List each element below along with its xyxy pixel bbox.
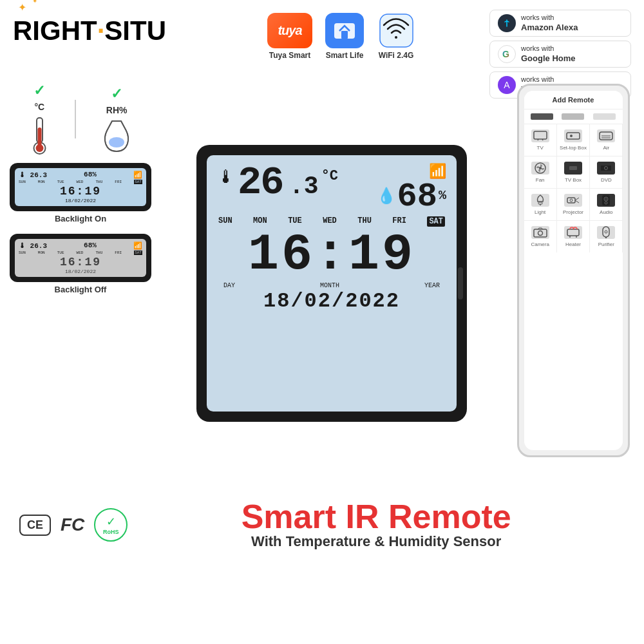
phone-remote-grid: TV Set-top Box Air — [524, 124, 623, 252]
hum-check: ✓ — [111, 86, 122, 102]
top-section: ✦ ✦ RIGHT·SITU tuya Tuya Smart Smart Lif… — [0, 0, 644, 84]
alexa-icon — [498, 14, 516, 32]
shape2 — [562, 113, 584, 120]
temp-value-group: 26 .3 — [238, 163, 319, 203]
logo-star2: ✦ — [32, 0, 37, 5]
phone-screen: Add Remote TV — [524, 91, 623, 450]
svg-point-19 — [539, 167, 542, 169]
phone-cell-projector[interactable]: Projector — [557, 189, 589, 220]
mini-on-days: SUNMONTUEWEDTHUFRISAT — [19, 180, 142, 184]
phone-cell-light[interactable]: Light — [524, 189, 556, 220]
light-label: Light — [535, 209, 545, 215]
year-label: YEAR — [424, 282, 440, 289]
alexa-badge: works with Amazon Alexa — [489, 10, 631, 37]
purifier-label: Purifier — [598, 242, 614, 247]
settopbox-icon — [564, 129, 582, 142]
alexa-name: Amazon Alexa — [521, 23, 578, 33]
svg-rect-1 — [341, 31, 348, 39]
svg-point-14 — [570, 135, 573, 137]
phone-cell-purifier[interactable]: Purifier — [590, 221, 622, 252]
main-device: 🌡 26 .3 °C 📶 💧 68 % — [196, 145, 467, 422]
phone-cell-heater[interactable]: Heater — [557, 221, 589, 252]
celsius-label: °C — [34, 102, 44, 112]
svg-rect-39 — [603, 227, 609, 237]
logo-star: ✦ — [18, 1, 26, 14]
phone-cell-camera[interactable]: Camera — [524, 221, 556, 252]
backlight-off-card: 🌡 26.3 68% 📶 SUNMONTUEWEDTHUFRISAT 16:19… — [10, 234, 151, 282]
day-sun: SUN — [218, 216, 232, 227]
shape1 — [531, 113, 553, 120]
thermo-icon: 🌡 — [217, 166, 235, 188]
smartlife-app: Smart Life — [325, 13, 364, 60]
backlight-off-label: Backlight Off — [10, 285, 151, 294]
phone-cell-fan[interactable]: Fan — [524, 156, 556, 188]
rh-label: RH% — [106, 105, 128, 115]
mini-on-temp-row: 🌡 26.3 68% 📶 — [19, 171, 142, 179]
temp-number: 26 — [238, 160, 283, 205]
main-tagline: Smart IR Remote With Temperature & Humid… — [128, 500, 625, 550]
svg-rect-26 — [567, 198, 575, 203]
tuya-label: Tuya Smart — [269, 51, 310, 60]
phone-shape-row — [524, 109, 623, 124]
google-prefix: works with — [521, 44, 554, 52]
phone-cell-dvd[interactable]: DVD — [590, 156, 622, 188]
screen-top-row: 🌡 26 .3 °C 📶 💧 68 % — [217, 163, 446, 214]
ce-badge: CE — [19, 515, 51, 536]
humidity-icon: 💧 — [377, 187, 396, 205]
brand-logo: ✦ ✦ RIGHT·SITU — [13, 6, 193, 46]
rohs-check: ✓ — [106, 515, 116, 529]
camera-icon — [531, 226, 549, 239]
bottom-section: CE FC ✓ RoHS Smart IR Remote With Temper… — [0, 483, 644, 567]
day-sat: SAT — [427, 216, 445, 227]
phone-cell-tvbox[interactable]: TV Box — [557, 156, 589, 188]
date-display: 18/02/2022 — [217, 289, 446, 313]
mini-wifi: 📶 — [133, 171, 142, 179]
dvd-icon — [597, 162, 615, 175]
side-button[interactable] — [458, 267, 463, 299]
phone-cell-air[interactable]: Air — [590, 124, 622, 156]
svg-rect-24 — [538, 202, 542, 204]
svg-line-28 — [575, 198, 579, 200]
wifi-label: WiFi 2.4G — [379, 51, 414, 60]
purifier-icon — [597, 226, 615, 239]
phone-cell-audio[interactable]: Audio — [590, 189, 622, 220]
humidity-display: 💧 68 % — [377, 180, 446, 214]
mini-on-temp: 🌡 26.3 — [19, 171, 47, 179]
projector-icon — [564, 194, 582, 207]
backlight-on-section: 🌡 26.3 68% 📶 SUNMONTUEWEDTHUFRISAT 16:19… — [10, 163, 151, 223]
divider — [75, 100, 76, 138]
backlight-on-label: Backlight On — [10, 214, 151, 223]
logo-text: RIGHT·SITU — [13, 16, 166, 46]
middle-section: ✓ °C ✓ RH% — [0, 84, 644, 483]
tagline-line1: Smart IR Remote — [128, 500, 625, 533]
hum-number: 68 — [397, 180, 437, 214]
alexa-prefix: works with — [521, 14, 554, 21]
tagline-line2: With Temperature & Humidity Sensor — [128, 533, 625, 550]
mini-wifi2: 📶 — [133, 242, 142, 250]
rohs-badge: ✓ RoHS — [94, 508, 128, 542]
phone-header: Add Remote — [524, 91, 623, 109]
yandex-prefix: works with — [521, 75, 554, 83]
fan-label: Fan — [536, 177, 545, 183]
hum-unit: % — [439, 188, 446, 203]
svg-point-41 — [605, 231, 607, 233]
smartlife-icon — [325, 13, 364, 48]
month-label: MONTH — [320, 282, 339, 289]
rohs-label: RoHS — [103, 529, 119, 535]
svg-rect-10 — [534, 131, 547, 139]
temp-check: ✓ — [33, 82, 45, 99]
temperature-feature: ✓ °C — [28, 82, 51, 156]
phone-mockup: Add Remote TV — [517, 84, 630, 457]
svg-line-29 — [575, 200, 579, 203]
tv-label: TV — [537, 145, 544, 151]
tuya-logo-icon: tuya — [267, 13, 312, 48]
phone-cell-settopbox[interactable]: Set-top Box — [557, 124, 589, 156]
main-screen: 🌡 26 .3 °C 📶 💧 68 % — [207, 155, 457, 412]
phone-cell-tv[interactable]: TV — [524, 124, 556, 156]
certifications: CE FC ✓ RoHS — [19, 508, 128, 542]
wifi-app: WiFi 2.4G — [377, 13, 415, 60]
mini-on-date: 18/02/2022 — [19, 198, 142, 204]
svg-point-35 — [538, 231, 542, 236]
camera-label: Camera — [531, 242, 549, 247]
google-badge: G works with Google Home — [489, 41, 631, 68]
